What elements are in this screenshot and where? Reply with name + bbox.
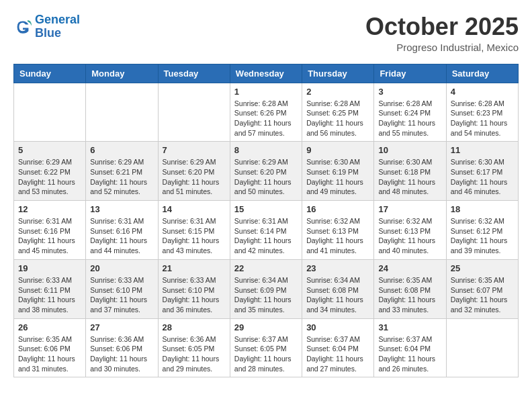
calendar-cell: 2Sunrise: 6:28 AMSunset: 6:25 PMDaylight… <box>302 83 374 142</box>
calendar-cell: 4Sunrise: 6:28 AMSunset: 6:23 PMDaylight… <box>446 83 518 142</box>
day-info: Sunrise: 6:37 AMSunset: 6:04 PMDaylight:… <box>306 334 369 374</box>
calendar-cell <box>14 83 86 142</box>
day-number: 10 <box>378 145 441 155</box>
title-block: October 2025 Progreso Industrial, Mexico <box>365 13 519 53</box>
calendar-week-row: 19Sunrise: 6:33 AMSunset: 6:11 PMDayligh… <box>14 259 519 318</box>
day-info: Sunrise: 6:29 AMSunset: 6:20 PMDaylight:… <box>234 157 298 197</box>
day-number: 27 <box>90 322 153 332</box>
day-info: Sunrise: 6:31 AMSunset: 6:15 PMDaylight:… <box>163 216 226 256</box>
calendar-table: SundayMondayTuesdayWednesdayThursdayFrid… <box>13 64 519 378</box>
day-number: 30 <box>306 322 369 332</box>
day-info: Sunrise: 6:34 AMSunset: 6:09 PMDaylight:… <box>234 275 298 315</box>
day-number: 13 <box>90 204 153 214</box>
day-info: Sunrise: 6:32 AMSunset: 6:12 PMDaylight:… <box>451 216 514 256</box>
day-number: 3 <box>378 87 441 97</box>
day-info: Sunrise: 6:31 AMSunset: 6:16 PMDaylight:… <box>18 216 81 256</box>
day-number: 4 <box>451 87 514 97</box>
day-number: 9 <box>306 145 369 155</box>
calendar-cell: 15Sunrise: 6:31 AMSunset: 6:14 PMDayligh… <box>230 201 302 260</box>
calendar-cell: 12Sunrise: 6:31 AMSunset: 6:16 PMDayligh… <box>14 201 86 260</box>
calendar-cell: 14Sunrise: 6:31 AMSunset: 6:15 PMDayligh… <box>158 201 230 260</box>
day-info: Sunrise: 6:31 AMSunset: 6:16 PMDaylight:… <box>90 216 153 256</box>
logo-text: General Blue <box>35 13 80 40</box>
day-number: 16 <box>306 204 369 214</box>
calendar-cell: 26Sunrise: 6:35 AMSunset: 6:06 PMDayligh… <box>14 318 86 377</box>
day-info: Sunrise: 6:35 AMSunset: 6:07 PMDaylight:… <box>451 275 514 315</box>
calendar-cell: 19Sunrise: 6:33 AMSunset: 6:11 PMDayligh… <box>14 259 86 318</box>
calendar-week-row: 26Sunrise: 6:35 AMSunset: 6:06 PMDayligh… <box>14 318 519 377</box>
day-info: Sunrise: 6:33 AMSunset: 6:10 PMDaylight:… <box>163 275 226 315</box>
weekday-header-tuesday: Tuesday <box>158 64 230 83</box>
calendar-cell: 30Sunrise: 6:37 AMSunset: 6:04 PMDayligh… <box>302 318 374 377</box>
calendar-cell <box>86 83 158 142</box>
weekday-header-saturday: Saturday <box>446 64 518 83</box>
calendar-cell: 13Sunrise: 6:31 AMSunset: 6:16 PMDayligh… <box>86 201 158 260</box>
day-number: 18 <box>451 204 514 214</box>
calendar-cell: 22Sunrise: 6:34 AMSunset: 6:09 PMDayligh… <box>230 259 302 318</box>
day-number: 1 <box>234 87 298 97</box>
day-info: Sunrise: 6:31 AMSunset: 6:14 PMDaylight:… <box>234 216 298 256</box>
calendar-cell: 25Sunrise: 6:35 AMSunset: 6:07 PMDayligh… <box>446 259 518 318</box>
day-info: Sunrise: 6:28 AMSunset: 6:26 PMDaylight:… <box>234 99 298 138</box>
day-info: Sunrise: 6:36 AMSunset: 6:06 PMDaylight:… <box>90 334 153 374</box>
calendar-cell: 31Sunrise: 6:37 AMSunset: 6:04 PMDayligh… <box>374 318 446 377</box>
day-info: Sunrise: 6:36 AMSunset: 6:05 PMDaylight:… <box>163 334 226 374</box>
calendar-week-row: 5Sunrise: 6:29 AMSunset: 6:22 PMDaylight… <box>14 142 519 201</box>
weekday-header-thursday: Thursday <box>302 64 374 83</box>
calendar-cell: 3Sunrise: 6:28 AMSunset: 6:24 PMDaylight… <box>374 83 446 142</box>
day-number: 8 <box>234 145 298 155</box>
calendar-cell: 7Sunrise: 6:29 AMSunset: 6:20 PMDaylight… <box>158 142 230 201</box>
calendar-week-row: 1Sunrise: 6:28 AMSunset: 6:26 PMDaylight… <box>14 83 519 142</box>
calendar-cell: 23Sunrise: 6:34 AMSunset: 6:08 PMDayligh… <box>302 259 374 318</box>
day-number: 26 <box>18 322 81 332</box>
calendar-cell: 17Sunrise: 6:32 AMSunset: 6:13 PMDayligh… <box>374 201 446 260</box>
calendar-week-row: 12Sunrise: 6:31 AMSunset: 6:16 PMDayligh… <box>14 201 519 260</box>
calendar-cell: 1Sunrise: 6:28 AMSunset: 6:26 PMDaylight… <box>230 83 302 142</box>
day-info: Sunrise: 6:29 AMSunset: 6:20 PMDaylight:… <box>163 157 226 197</box>
calendar-cell: 6Sunrise: 6:29 AMSunset: 6:21 PMDaylight… <box>86 142 158 201</box>
location-subtitle: Progreso Industrial, Mexico <box>365 42 519 53</box>
calendar-cell: 11Sunrise: 6:30 AMSunset: 6:17 PMDayligh… <box>446 142 518 201</box>
day-number: 17 <box>378 204 441 214</box>
day-info: Sunrise: 6:37 AMSunset: 6:04 PMDaylight:… <box>378 334 441 374</box>
day-info: Sunrise: 6:35 AMSunset: 6:06 PMDaylight:… <box>18 334 81 374</box>
calendar-cell: 10Sunrise: 6:30 AMSunset: 6:18 PMDayligh… <box>374 142 446 201</box>
day-number: 31 <box>378 322 441 332</box>
day-number: 21 <box>163 263 226 273</box>
logo-icon <box>13 17 32 36</box>
logo: General Blue <box>13 13 80 40</box>
day-info: Sunrise: 6:28 AMSunset: 6:24 PMDaylight:… <box>378 99 441 138</box>
day-info: Sunrise: 6:35 AMSunset: 6:08 PMDaylight:… <box>378 275 441 315</box>
day-info: Sunrise: 6:28 AMSunset: 6:25 PMDaylight:… <box>306 99 369 138</box>
day-info: Sunrise: 6:30 AMSunset: 6:17 PMDaylight:… <box>451 157 514 197</box>
weekday-header-monday: Monday <box>86 64 158 83</box>
day-info: Sunrise: 6:34 AMSunset: 6:08 PMDaylight:… <box>306 275 369 315</box>
day-number: 6 <box>90 145 153 155</box>
calendar-cell: 21Sunrise: 6:33 AMSunset: 6:10 PMDayligh… <box>158 259 230 318</box>
day-info: Sunrise: 6:32 AMSunset: 6:13 PMDaylight:… <box>306 216 369 256</box>
calendar-cell: 20Sunrise: 6:33 AMSunset: 6:10 PMDayligh… <box>86 259 158 318</box>
calendar-cell: 24Sunrise: 6:35 AMSunset: 6:08 PMDayligh… <box>374 259 446 318</box>
weekday-header-wednesday: Wednesday <box>230 64 302 83</box>
calendar-cell: 5Sunrise: 6:29 AMSunset: 6:22 PMDaylight… <box>14 142 86 201</box>
day-number: 12 <box>18 204 81 214</box>
weekday-header-row: SundayMondayTuesdayWednesdayThursdayFrid… <box>14 64 519 83</box>
calendar-cell: 27Sunrise: 6:36 AMSunset: 6:06 PMDayligh… <box>86 318 158 377</box>
day-number: 24 <box>378 263 441 273</box>
day-number: 5 <box>18 145 81 155</box>
day-info: Sunrise: 6:28 AMSunset: 6:23 PMDaylight:… <box>451 99 514 138</box>
calendar-cell: 28Sunrise: 6:36 AMSunset: 6:05 PMDayligh… <box>158 318 230 377</box>
day-info: Sunrise: 6:30 AMSunset: 6:18 PMDaylight:… <box>378 157 441 197</box>
day-info: Sunrise: 6:29 AMSunset: 6:21 PMDaylight:… <box>90 157 153 197</box>
weekday-header-sunday: Sunday <box>14 64 86 83</box>
calendar-cell: 16Sunrise: 6:32 AMSunset: 6:13 PMDayligh… <box>302 201 374 260</box>
calendar-cell <box>446 318 518 377</box>
day-info: Sunrise: 6:29 AMSunset: 6:22 PMDaylight:… <box>18 157 81 197</box>
calendar-cell: 18Sunrise: 6:32 AMSunset: 6:12 PMDayligh… <box>446 201 518 260</box>
day-number: 2 <box>306 87 369 97</box>
calendar-cell: 8Sunrise: 6:29 AMSunset: 6:20 PMDaylight… <box>230 142 302 201</box>
day-number: 11 <box>451 145 514 155</box>
day-number: 25 <box>451 263 514 273</box>
day-number: 28 <box>163 322 226 332</box>
day-number: 23 <box>306 263 369 273</box>
